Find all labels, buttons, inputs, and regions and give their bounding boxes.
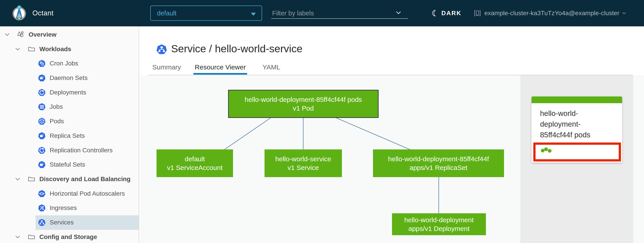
graph-node-deployment[interactable]: hello-world-deployment apps/v1 Deploymen… [392, 213, 486, 235]
sidebar-item-discovery-and-load-balancing[interactable]: Discovery and Load Balancing [0, 172, 139, 187]
context-switcher[interactable]: example-cluster-ka3TuTzYo4a@example-clus… [474, 0, 626, 26]
card-status-bar [532, 96, 622, 103]
namespace-dropdown-value: default [157, 9, 176, 17]
node-label-line2: v1 Pod [293, 104, 314, 113]
namespace-dropdown[interactable]: default [150, 5, 262, 21]
tab-yaml[interactable]: YAML [262, 63, 280, 71]
node-label-line2: apps/v1 ReplicaSet [410, 163, 468, 172]
octant-logo-icon [11, 5, 28, 22]
pod-status-selection-box [533, 143, 621, 162]
sidebar-item-label: Horizontal Pod Autoscalers [50, 190, 125, 197]
context-chevron-down-icon [622, 11, 626, 16]
sidebar-item-label: Ingresses [50, 204, 77, 212]
sidebar-item-label: Discovery and Load Balancing [39, 176, 130, 183]
chevron-down-icon[interactable] [14, 234, 21, 240]
node-label-line1: hello-world-deployment [404, 216, 474, 224]
sidebar-item-label: Deployments [50, 89, 86, 96]
services-icon [38, 219, 46, 226]
cron-jobs-icon [38, 60, 46, 67]
sidebar-item-label: Pods [50, 118, 64, 125]
header-bar: Octant default DARK example-cluster-ka3T… [0, 0, 644, 26]
sidebar-item-label: Daemon Sets [50, 74, 88, 81]
sidebar-item-workloads[interactable]: Workloads [0, 42, 139, 56]
sidebar-item-services[interactable]: Services [0, 215, 139, 230]
node-label-line1: default [185, 155, 205, 163]
moon-icon [431, 9, 438, 17]
page-title: Service / hello-world-service [171, 42, 302, 55]
ingresses-icon [38, 204, 46, 212]
sidebar-item-pods[interactable]: Pods [0, 114, 139, 129]
node-label-line2: v1 Service [288, 163, 319, 172]
graph-node-pod[interactable]: hello-world-deployment-85ff4cf44f pods v… [228, 90, 378, 118]
folder-icon [28, 45, 35, 53]
theme-toggle-button[interactable]: DARK [431, 0, 462, 26]
node-label-line2: v1 ServiceAccount [167, 163, 222, 172]
pod-status-dots[interactable] [541, 147, 554, 154]
sidebar-item-label: Config and Storage [39, 234, 97, 241]
sidebar-item-overview[interactable]: Overview [0, 27, 139, 42]
graph-node-replicaset[interactable]: hello-world-deployment-85ff4cf44f apps/v… [373, 149, 504, 177]
sidebar-item-replica-sets[interactable]: Replica Sets [0, 129, 139, 143]
node-label-line2: apps/v1 Deployment [408, 224, 470, 233]
main-content: Service / hello-world-service Summary Re… [139, 26, 644, 243]
overview-icon [16, 31, 24, 39]
card-title: hello-world-deployment-85ff4cf44f pods [540, 108, 608, 140]
node-detail-panel: hello-world-deployment-85ff4cf44f pods [520, 75, 633, 243]
folder-icon [28, 175, 35, 183]
chevron-down-icon[interactable] [4, 31, 10, 38]
replication-controllers-icon [38, 147, 46, 154]
sidebar-item-label: Workloads [39, 45, 71, 53]
chevron-down-icon[interactable] [14, 176, 21, 182]
sidebar-item-label: Replica Sets [50, 132, 85, 139]
sidebar-item-label: Jobs [50, 103, 63, 110]
sidebar-item-label: Services [50, 219, 74, 226]
daemon-sets-icon [38, 74, 46, 82]
graph-node-serviceaccount[interactable]: default v1 ServiceAccount [156, 149, 233, 177]
sidebar-item-ingresses[interactable]: Ingresses [0, 201, 139, 215]
dropdown-caret-icon [251, 13, 256, 16]
sidebar-item-label: Overview [28, 31, 56, 38]
sidebar-item-horizontal-pod-autoscalers[interactable]: Horizontal Pod Autoscalers [0, 187, 139, 201]
node-label-line1: hello-world-deployment-85ff4cf44f [388, 155, 489, 163]
graph-node-service[interactable]: hello-world-service v1 Service [264, 149, 342, 177]
sidebar-item-daemon-sets[interactable]: Daemon Sets [0, 71, 139, 85]
sidebar-nav: Overview Workloads Cron Jobs Daemon Sets… [0, 26, 139, 243]
stateful-sets-icon [38, 161, 46, 168]
sidebar-item-config-and-storage[interactable]: Config and Storage [0, 230, 139, 243]
sidebar-item-replication-controllers[interactable]: Replication Controllers [0, 143, 139, 158]
sidebar-item-stateful-sets[interactable]: Stateful Sets [0, 157, 139, 172]
node-label-line1: hello-world-service [275, 155, 331, 163]
app-title: Octant [32, 0, 54, 26]
sidebar-item-label: Stateful Sets [50, 161, 85, 168]
chevron-down-icon[interactable] [14, 46, 21, 52]
tab-resource-viewer[interactable]: Resource Viewer [194, 63, 247, 71]
filter-chevron-down-icon[interactable] [395, 9, 402, 16]
label-filter [271, 7, 408, 19]
deployments-icon [38, 89, 46, 96]
tab-summary[interactable]: Summary [152, 63, 181, 71]
folder-icon [28, 233, 35, 241]
node-label-line1: hello-world-deployment-85ff4cf44f pods [245, 95, 362, 104]
sidebar-item-label: Replication Controllers [50, 147, 113, 154]
sidebar-item-deployments[interactable]: Deployments [0, 85, 139, 100]
sidebar-item-cron-jobs[interactable]: Cron Jobs [0, 56, 139, 71]
selected-node-card: hello-world-deployment-85ff4cf44f pods [532, 96, 622, 163]
service-resource-icon [156, 44, 167, 55]
context-name: example-cluster-ka3TuTzYo4a@example-clus… [484, 9, 620, 17]
label-filter-input[interactable] [272, 8, 398, 18]
sidebar-item-label: Cron Jobs [50, 60, 78, 67]
sidebar-item-jobs[interactable]: Jobs [0, 100, 139, 114]
theme-toggle-label: DARK [442, 10, 462, 17]
pod-status-dot[interactable] [548, 149, 552, 153]
jobs-icon [38, 103, 46, 111]
cluster-context-icon [474, 9, 481, 17]
pods-icon [38, 117, 46, 125]
active-tab-underline [194, 73, 247, 75]
replica-sets-icon [38, 132, 46, 140]
horizontal-pod-autoscalers-icon [38, 190, 46, 198]
